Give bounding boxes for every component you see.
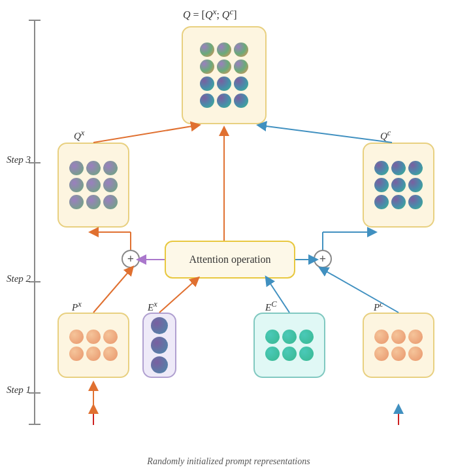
q-combined-label: Q = [Qx; Qc] (183, 7, 237, 21)
circle (282, 330, 297, 344)
circle (200, 76, 214, 91)
matrix-row (374, 161, 423, 175)
svg-line-8 (323, 269, 399, 313)
circle (374, 161, 389, 175)
circle (299, 347, 314, 361)
circle (86, 347, 101, 361)
circle (151, 317, 168, 334)
circle (391, 161, 406, 175)
bottom-label: Randomly initialized prompt representati… (59, 456, 399, 467)
qx-matrix (57, 143, 129, 228)
px-label: Px (72, 299, 82, 313)
matrix-row (151, 337, 168, 354)
circle (391, 330, 406, 344)
circle (374, 178, 389, 192)
circle (69, 178, 84, 192)
matrix-row (151, 356, 168, 373)
circle (234, 42, 248, 57)
circle (374, 195, 389, 209)
circle (217, 94, 231, 108)
step1-label: Step 1 (7, 384, 31, 396)
circle (151, 337, 168, 354)
diagram: Step 3 Step 2 Step 1 Q = [Qx; Qc] Qx (0, 0, 456, 476)
circle (408, 178, 423, 192)
circle (86, 178, 101, 192)
ex-matrix (142, 313, 176, 378)
matrix-row (200, 42, 248, 57)
circle (282, 347, 297, 361)
circle (408, 161, 423, 175)
circle (69, 195, 84, 209)
matrix-row (374, 347, 423, 361)
circle (86, 195, 101, 209)
circle (103, 195, 118, 209)
circle (103, 178, 118, 192)
circle (234, 60, 248, 74)
circle (69, 161, 84, 175)
circle (103, 330, 118, 344)
matrix-row (151, 317, 168, 334)
px-matrix (57, 313, 129, 378)
circle (408, 195, 423, 209)
svg-line-2 (93, 269, 131, 313)
circle (217, 42, 231, 57)
step2-label: Step 2 (7, 273, 31, 284)
matrix-row (200, 60, 248, 74)
circle (391, 347, 406, 361)
ex-label: Ex (148, 299, 157, 313)
svg-line-12 (261, 126, 392, 143)
pc-matrix (363, 313, 434, 378)
tick-bottom (29, 424, 41, 425)
circle (408, 330, 423, 344)
circle (265, 347, 280, 361)
qx-label: Qx (74, 128, 84, 142)
matrix-row (69, 178, 118, 192)
circle (299, 330, 314, 344)
attention-label: Attention operation (189, 254, 271, 265)
svg-line-6 (93, 126, 196, 143)
matrix-row (69, 347, 118, 361)
circle (200, 60, 214, 74)
circle (374, 330, 389, 344)
tick-top (29, 20, 41, 21)
circle (234, 76, 248, 91)
circle (69, 330, 84, 344)
circle (151, 356, 168, 373)
plus-circle-left: + (122, 250, 140, 268)
qc-label: Qc (380, 128, 391, 142)
circle (200, 42, 214, 57)
ec-matrix (253, 313, 325, 378)
circle (234, 94, 248, 108)
circle (86, 161, 101, 175)
circle (408, 347, 423, 361)
matrix-row (69, 195, 118, 209)
circle (265, 330, 280, 344)
svg-line-3 (159, 280, 196, 313)
circle (103, 347, 118, 361)
circle (391, 178, 406, 192)
axis-line (34, 20, 35, 425)
matrix-row (200, 94, 248, 108)
pc-label: Pc (374, 299, 383, 313)
matrix-row (200, 76, 248, 91)
circle (374, 347, 389, 361)
circle (103, 161, 118, 175)
circle (217, 60, 231, 74)
circle (86, 330, 101, 344)
matrix-row (69, 330, 118, 344)
circle (217, 76, 231, 91)
q-combined-matrix (182, 26, 267, 124)
plus-circle-right: + (314, 250, 332, 268)
matrix-row (374, 178, 423, 192)
circle (391, 195, 406, 209)
matrix-row (69, 161, 118, 175)
matrix-row (265, 347, 314, 361)
qc-matrix (363, 143, 434, 228)
matrix-row (265, 330, 314, 344)
matrix-row (374, 195, 423, 209)
ec-label: EC (265, 299, 277, 313)
circle (69, 347, 84, 361)
circle (200, 94, 214, 108)
matrix-row (374, 330, 423, 344)
step3-label: Step 3 (7, 154, 31, 165)
